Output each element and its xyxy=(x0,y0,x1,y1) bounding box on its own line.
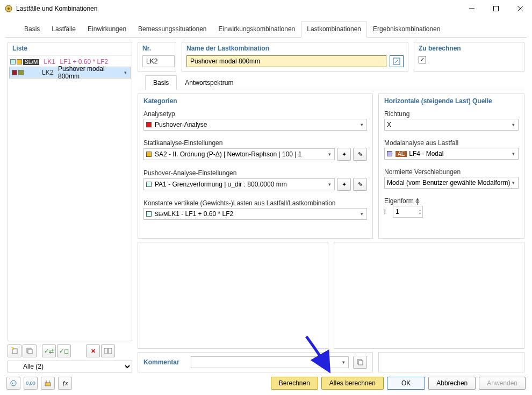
sa-edit-button[interactable]: ✎ xyxy=(353,148,367,161)
tab-einwirkungskomb[interactable]: Einwirkungskombinationen xyxy=(213,21,301,37)
list-filter[interactable]: Alle (2) xyxy=(8,361,132,372)
list-text: LF1 + 0.60 * LF2 xyxy=(60,58,108,66)
kommentar-copy-button[interactable] xyxy=(353,356,367,369)
svg-rect-9 xyxy=(104,348,107,354)
list-lk: LK1 xyxy=(44,58,57,66)
name-header: Name der Lastkombination xyxy=(186,45,404,55)
svg-rect-16 xyxy=(45,383,51,386)
name-field[interactable]: Pushover modal 800mm xyxy=(186,55,386,67)
main-tabs: Basis Lastfälle Einwirkungen Bemessungss… xyxy=(5,19,527,38)
color-swatch xyxy=(18,70,24,75)
svg-point-15 xyxy=(12,383,13,384)
subtab-antwort[interactable]: Antwortspektrum xyxy=(177,75,241,90)
kommentar-label: Kommentar xyxy=(143,358,186,366)
maximize-button[interactable] xyxy=(484,1,508,17)
subtab-basis[interactable]: Basis xyxy=(145,75,177,90)
sa-select[interactable]: SA2 - II. Ordnung (P-Δ) | Newton-Raphson… xyxy=(143,148,335,160)
cancel-button[interactable]: Abbrechen xyxy=(428,377,476,390)
kv-label: Konstante vertikale (Gewichts-)Lasten au… xyxy=(143,198,367,208)
close-button[interactable] xyxy=(508,1,532,17)
check-some-button[interactable]: ✓◻ xyxy=(57,344,71,357)
list-item[interactable]: LK2 Pushover modal 800mm xyxy=(9,67,131,78)
kommentar-field[interactable] xyxy=(191,356,349,368)
nr-header: Nr. xyxy=(142,45,171,55)
analysetype-label: Analysetyp xyxy=(143,109,367,119)
po-new-button[interactable]: ✦ xyxy=(337,178,351,191)
svg-rect-3 xyxy=(493,6,498,11)
color-swatch xyxy=(10,59,16,64)
eig-label: Eigenform ϕ xyxy=(384,196,519,206)
sa-label: Statikanalyse-Einstellungen xyxy=(143,138,367,148)
modal-label: Modalanalyse aus Lastfall xyxy=(384,138,519,148)
eig-i-label: i xyxy=(384,208,391,216)
horz-header: Horizontale (steigende Last) Quelle xyxy=(384,97,519,109)
view-button[interactable] xyxy=(101,344,115,357)
color-swatch xyxy=(146,152,152,157)
po-label: Pushover-Analyse-Einstellungen xyxy=(143,168,367,178)
cat-header: Kategorien xyxy=(143,97,367,109)
eig-spinner[interactable]: 1 xyxy=(393,206,423,218)
svg-point-1 xyxy=(8,8,10,10)
list-header: Liste xyxy=(8,42,132,56)
empty-kom-right xyxy=(378,352,524,372)
units-button[interactable] xyxy=(41,377,55,390)
tab-einwirkungen[interactable]: Einwirkungen xyxy=(82,21,132,37)
empty-panel-right xyxy=(334,242,524,349)
norm-select[interactable]: Modal (vom Benutzer gewählte Modalform) xyxy=(384,177,519,189)
svg-rect-10 xyxy=(109,348,112,354)
po-select[interactable]: PA1 - Grenzverformung | u_dir : 800.0000… xyxy=(143,178,335,190)
color-swatch xyxy=(17,59,22,64)
color-swatch xyxy=(146,122,152,127)
check-button[interactable]: ✓⇄ xyxy=(42,344,56,357)
modal-select[interactable]: AE LF4 - Modal xyxy=(384,148,519,160)
norm-label: Normierte Verschiebungen xyxy=(384,167,519,177)
color-swatch xyxy=(387,151,392,156)
svg-rect-13 xyxy=(358,361,363,365)
color-swatch xyxy=(146,211,152,217)
apply-button[interactable]: Anwenden xyxy=(479,377,526,390)
app-icon xyxy=(4,4,13,13)
dir-select[interactable]: X xyxy=(384,119,519,131)
svg-point-14 xyxy=(11,380,16,386)
color-swatch xyxy=(146,182,152,187)
help-button[interactable] xyxy=(6,377,20,390)
tab-basis[interactable]: Basis xyxy=(18,21,46,37)
dir-label: Richtung xyxy=(384,109,519,119)
analysetype-select[interactable]: Pushover-Analyse xyxy=(143,119,367,131)
tab-ergebniskomb[interactable]: Ergebniskombinationen xyxy=(367,21,446,37)
tab-lastfaelle[interactable]: Lastfälle xyxy=(46,21,82,37)
svg-rect-8 xyxy=(28,349,32,354)
alles-berechnen-button[interactable]: Alles berechnen xyxy=(321,377,384,390)
empty-panel-left xyxy=(138,242,328,349)
nr-field[interactable]: LK2 xyxy=(142,55,175,67)
window-title: Lastfälle und Kombinationen xyxy=(16,5,459,12)
compute-header: Zu berechnen xyxy=(419,45,520,55)
compute-checkbox[interactable]: ✓ xyxy=(419,56,426,63)
list-lk: LK2 xyxy=(42,69,56,76)
ok-button[interactable]: OK xyxy=(387,377,425,390)
sa-new-button[interactable]: ✦ xyxy=(337,148,351,161)
tab-lastkomb[interactable]: Lastkombinationen xyxy=(301,21,367,38)
po-edit-button[interactable]: ✎ xyxy=(353,178,367,191)
minimize-button[interactable] xyxy=(459,1,484,17)
list-badge: SE/M xyxy=(23,59,39,65)
copy-button[interactable] xyxy=(23,344,37,357)
decimals-button[interactable]: 0,00 xyxy=(24,377,38,390)
delete-button[interactable]: ✕ xyxy=(86,344,100,357)
kv-select[interactable]: SE/M LK1 - LF1 + 0.60 * LF2 xyxy=(143,208,367,220)
list-text: Pushover modal 800mm xyxy=(58,65,128,80)
berechnen-button[interactable]: Berechnen xyxy=(271,377,318,390)
edit-name-button[interactable] xyxy=(390,55,404,67)
tab-bemessung[interactable]: Bemessungssituationen xyxy=(132,21,212,37)
color-swatch xyxy=(12,70,17,75)
fx-button[interactable]: ƒx xyxy=(58,377,72,390)
list-body[interactable]: SE/M LK1 LF1 + 0.60 * LF2 LK2 Pushover m… xyxy=(8,56,132,341)
new-button[interactable] xyxy=(8,344,21,357)
